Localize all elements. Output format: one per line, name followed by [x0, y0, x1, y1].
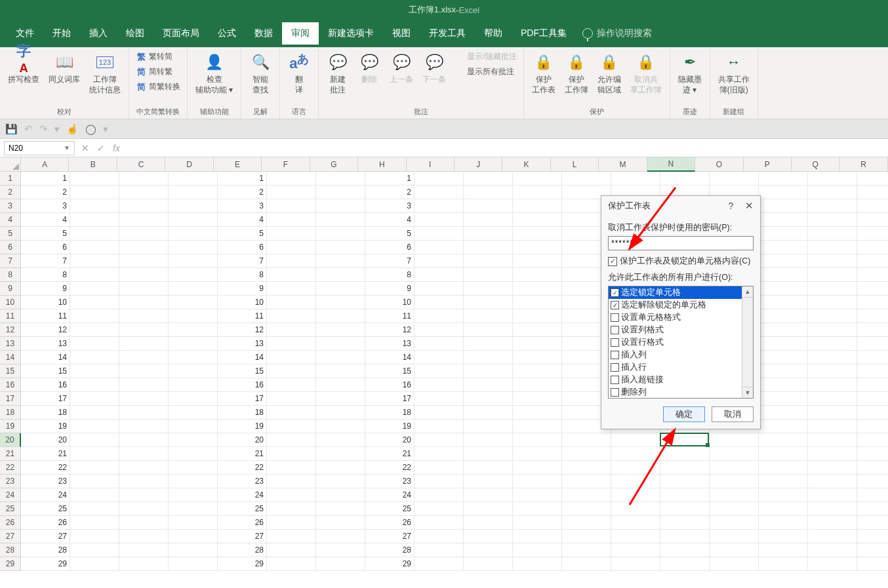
cell-C14[interactable] [119, 351, 169, 364]
cell-E11[interactable]: 11 [218, 309, 267, 323]
cell-Q22[interactable] [808, 461, 857, 475]
cell-F11[interactable] [267, 309, 316, 323]
cell-K2[interactable] [513, 186, 562, 199]
cell-I27[interactable] [414, 530, 464, 543]
cell-D14[interactable] [169, 351, 218, 364]
menu-tab-开发工具[interactable]: 开发工具 [420, 22, 475, 45]
cell-P14[interactable] [759, 351, 808, 364]
cell-R27[interactable] [857, 530, 888, 543]
cell-N22[interactable] [660, 461, 710, 475]
cell-G12[interactable] [316, 323, 365, 337]
cell-J8[interactable] [464, 268, 513, 282]
cell-F27[interactable] [267, 530, 316, 543]
cell-R28[interactable] [857, 543, 888, 557]
cell-H5[interactable]: 5 [365, 227, 414, 241]
cell-I25[interactable] [414, 502, 464, 516]
cell-P18[interactable] [759, 406, 808, 420]
cell-P1[interactable] [759, 172, 808, 186]
cell-Q1[interactable] [808, 172, 857, 186]
cell-B16[interactable] [70, 378, 119, 392]
cell-R26[interactable] [857, 516, 888, 530]
cell-Q28[interactable] [808, 543, 857, 557]
cell-A23[interactable]: 23 [21, 475, 70, 488]
ribbon-检查辅助功能[interactable]: 👤检查辅助功能 ▾ [193, 50, 235, 96]
cell-E26[interactable]: 26 [218, 516, 267, 530]
row-header-10[interactable]: 10 [0, 296, 21, 309]
cell-Q5[interactable] [808, 227, 857, 241]
cell-A26[interactable]: 26 [21, 516, 70, 530]
ribbon-允许编辑区域[interactable]: 🔒允许编辑区域 [595, 50, 624, 96]
col-header-H[interactable]: H [358, 157, 406, 172]
cell-D19[interactable] [169, 420, 218, 433]
cell-Q18[interactable] [808, 406, 857, 420]
cell-H13[interactable]: 13 [365, 337, 414, 351]
cell-F18[interactable] [267, 406, 316, 420]
cell-F15[interactable] [267, 364, 316, 378]
cell-O1[interactable] [710, 172, 759, 186]
cell-J22[interactable] [464, 461, 513, 475]
menu-tab-数据[interactable]: 数据 [245, 22, 282, 45]
cell-P29[interactable] [759, 557, 808, 571]
cell-B2[interactable] [70, 186, 119, 199]
cell-Q14[interactable] [808, 351, 857, 364]
cell-A9[interactable]: 9 [21, 282, 70, 296]
cell-F26[interactable] [267, 516, 316, 530]
cell-I22[interactable] [414, 461, 464, 475]
cell-I16[interactable] [414, 378, 464, 392]
cell-B6[interactable] [70, 241, 119, 254]
cell-G7[interactable] [316, 254, 365, 268]
cell-J19[interactable] [464, 420, 513, 433]
cell-C29[interactable] [119, 557, 169, 571]
cell-R3[interactable] [857, 199, 888, 213]
cell-O21[interactable] [710, 447, 759, 461]
cell-A10[interactable]: 10 [21, 296, 70, 309]
cell-E6[interactable]: 6 [218, 241, 267, 254]
cell-R5[interactable] [857, 227, 888, 241]
cell-I5[interactable] [414, 227, 464, 241]
cell-I3[interactable] [414, 199, 464, 213]
cell-L27[interactable] [562, 530, 611, 543]
cell-Q19[interactable] [808, 420, 857, 433]
cell-D3[interactable] [169, 199, 218, 213]
cell-K4[interactable] [513, 213, 562, 227]
ribbon-工作簿统计信息[interactable]: 123工作簿统计信息 [87, 50, 123, 96]
cell-R7[interactable] [857, 254, 888, 268]
cell-F17[interactable] [267, 392, 316, 406]
cell-O29[interactable] [710, 557, 759, 571]
cell-R6[interactable] [857, 241, 888, 254]
cell-A22[interactable]: 22 [21, 461, 70, 475]
cell-J15[interactable] [464, 364, 513, 378]
cell-R23[interactable] [857, 475, 888, 488]
cell-O27[interactable] [710, 530, 759, 543]
cell-B18[interactable] [70, 406, 119, 420]
cell-I20[interactable] [414, 433, 464, 447]
cell-H20[interactable]: 20 [365, 433, 414, 447]
cell-J6[interactable] [464, 241, 513, 254]
cell-H24[interactable]: 24 [365, 488, 414, 502]
listbox-scrollbar[interactable]: ▲ ▼ [742, 286, 753, 398]
menu-tab-新建选项卡[interactable]: 新建选项卡 [319, 22, 383, 45]
cell-K26[interactable] [513, 516, 562, 530]
cell-H3[interactable]: 3 [365, 199, 414, 213]
cell-C11[interactable] [119, 309, 169, 323]
row-header-18[interactable]: 18 [0, 406, 21, 420]
cell-K27[interactable] [513, 530, 562, 543]
cell-N26[interactable] [660, 516, 710, 530]
cell-F10[interactable] [267, 296, 316, 309]
menu-tab-页面布局[interactable]: 页面布局 [153, 22, 209, 45]
row-header-15[interactable]: 15 [0, 364, 21, 378]
cell-P8[interactable] [759, 268, 808, 282]
formula-cancel-icon[interactable]: ✕ [81, 143, 89, 153]
cell-A16[interactable]: 16 [21, 378, 70, 392]
cell-C25[interactable] [119, 502, 169, 516]
cell-R25[interactable] [857, 502, 888, 516]
menu-tab-帮助[interactable]: 帮助 [475, 22, 512, 45]
cell-Q29[interactable] [808, 557, 857, 571]
cell-G26[interactable] [316, 516, 365, 530]
menu-tab-绘图[interactable]: 绘图 [117, 22, 153, 45]
col-header-C[interactable]: C [117, 157, 165, 172]
cell-A19[interactable]: 19 [21, 420, 70, 433]
cell-D20[interactable] [169, 433, 218, 447]
checkbox-icon[interactable] [611, 326, 619, 334]
cell-D24[interactable] [169, 488, 218, 502]
